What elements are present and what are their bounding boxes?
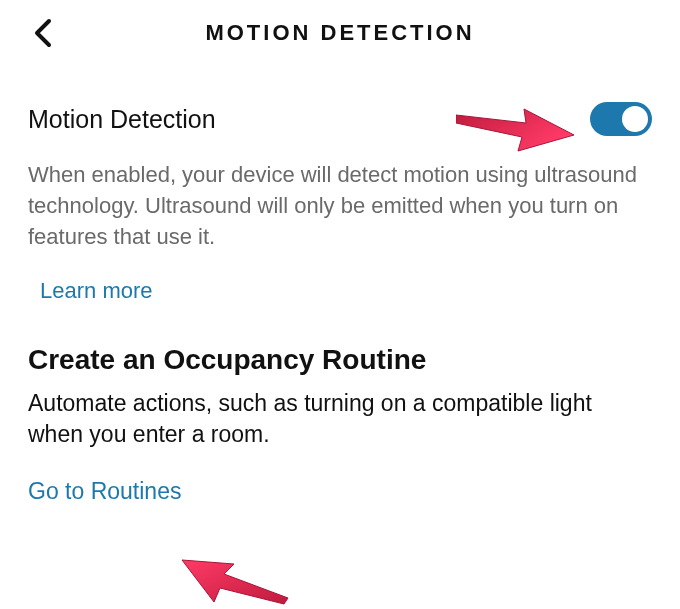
motion-description: When enabled, your device will detect mo… (28, 144, 652, 252)
routine-description: Automate actions, such as turning on a c… (28, 384, 652, 450)
motion-detection-row: Motion Detection (28, 76, 652, 144)
routine-heading: Create an Occupancy Routine (28, 304, 652, 384)
learn-more-link[interactable]: Learn more (28, 252, 153, 304)
go-to-routines-link[interactable]: Go to Routines (28, 450, 181, 505)
motion-detection-toggle[interactable] (590, 102, 652, 136)
back-button[interactable] (32, 18, 54, 48)
svg-marker-1 (182, 560, 288, 604)
motion-detection-label: Motion Detection (28, 105, 216, 134)
toggle-knob (622, 106, 648, 132)
chevron-left-icon (32, 18, 54, 48)
annotation-arrow-routines (180, 540, 290, 605)
page-title: MOTION DETECTION (24, 20, 656, 46)
